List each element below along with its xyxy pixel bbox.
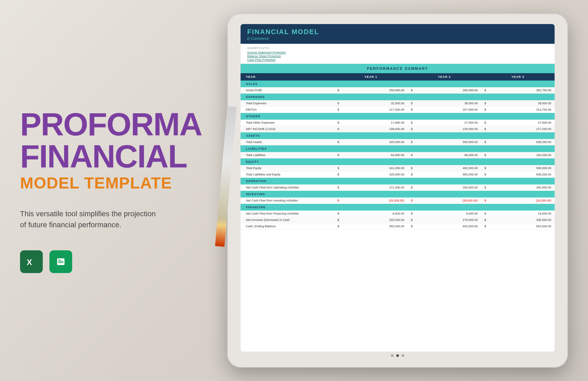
svg-rect-5 (58, 261, 63, 262)
row-y2-val: 580,000.00 (416, 139, 481, 145)
row-label: Net Increase (Decrease) in Cash (241, 217, 334, 223)
shortcut-balance[interactable]: Balance Sheet Projection (247, 54, 548, 58)
row-y2-val: 257,000.00 (416, 107, 481, 113)
row-y1-val: 341,000.00 (342, 165, 408, 171)
row-y2-val: 98,000.00 (416, 152, 481, 158)
row-y2-val: 580,000.00 (416, 171, 481, 178)
table-row: Total Equity $ 341,000.00 $ 482,000.00 $… (241, 165, 555, 171)
section-row: EQUITY (241, 158, 555, 165)
col-year1: YEAR 1 (334, 73, 408, 81)
table-row: Total Expenses $ 32,500.00 $ 38,000.00 $… (241, 100, 555, 107)
table-row: Total Assets $ 425,000.00 $ 580,000.00 $… (241, 139, 555, 145)
row-y1-sym: $ (334, 217, 342, 223)
table-wrapper: PERFORMANCE SUMMARY YEAR YEAR 1 YEAR 2 Y… (241, 64, 555, 352)
performance-summary-header: PERFORMANCE SUMMARY (241, 64, 555, 73)
row-y2-sym: $ (408, 107, 416, 113)
row-label: Net Cash Flow from Investing Activities (241, 198, 334, 204)
row-y3-sym: $ (481, 184, 489, 191)
row-y3-sym: $ (481, 120, 489, 126)
shortcut-cashflow[interactable]: Cash Flow Projection (247, 58, 548, 61)
row-label: Total Other Expenses (241, 120, 334, 126)
row-y3-sym: $ (481, 171, 489, 178)
row-y1-sym: $ (334, 100, 342, 107)
row-y1-val: 250,000.00 (342, 87, 408, 94)
table-row: EBITDA $ 217,500.00 $ 257,000.00 $ 314,7… (241, 107, 555, 113)
spreadsheet-title: FINANCIAL MODEL (247, 28, 548, 36)
row-y2-sym: $ (408, 126, 416, 132)
performance-table: PERFORMANCE SUMMARY YEAR YEAR 1 YEAR 2 Y… (241, 64, 555, 230)
section-row: INVESTING (241, 191, 555, 198)
shortcuts-label: SHORTCUTS: (247, 46, 548, 50)
row-y3-val: (26,000.00) (489, 198, 555, 204)
sub-title: MODEL TEMPLATE (20, 174, 227, 192)
row-y2-sym: $ (408, 223, 416, 230)
row-y1-sym: $ (334, 211, 342, 217)
sheets-icon (49, 250, 72, 273)
spreadsheet-header: FINANCIAL MODEL E-Commerce (241, 24, 555, 44)
row-y2-sym: $ (408, 171, 416, 178)
row-y2-sym: $ (408, 211, 416, 217)
col-year2: YEAR 2 (408, 73, 481, 81)
svg-text:X: X (27, 258, 32, 267)
excel-icon: X (20, 250, 43, 273)
row-y2-val: 229,500.00 (416, 126, 481, 132)
nav-dot-2 (396, 354, 399, 357)
row-y3-sym: $ (481, 165, 489, 171)
row-y1-val: 425,000.00 (342, 171, 408, 178)
row-y1-val: 17,900.00 (342, 120, 408, 126)
row-label: EBITDA (241, 107, 334, 113)
row-y1-sym: $ (334, 120, 342, 126)
row-y1-val: 425,000.00 (342, 139, 408, 145)
col-year: YEAR (241, 73, 334, 81)
row-y3-sym: $ (481, 223, 489, 230)
row-y3-val: 608,250.00 (489, 171, 555, 178)
row-y3-val: 352,750.00 (489, 87, 555, 94)
section-row: FINANCING (241, 204, 555, 211)
row-y3-val: 338,000.00 (489, 217, 555, 223)
section-row: ASSETS (241, 132, 555, 139)
row-label: Net Cash Flow form Operating Activities (241, 184, 334, 191)
row-y2-val: (28,000.00) (416, 198, 481, 204)
table-row: Net Cash Flow form Operating Activities … (241, 184, 555, 191)
row-y3-val: 19,000.00 (489, 211, 555, 217)
row-y2-val: 27,500.00 (416, 120, 481, 126)
row-label: Total Liabilities (241, 152, 334, 158)
row-y2-val: 278,500.00 (416, 217, 481, 223)
shortcut-income[interactable]: Income Statement Projection (247, 51, 548, 54)
row-y2-sym: $ (408, 165, 416, 171)
row-y3-val: 345,000.00 (489, 184, 555, 191)
row-y1-sym: $ (334, 139, 342, 145)
row-y1-sym: $ (334, 171, 342, 178)
main-title: PROFORMA FINANCIAL (20, 108, 227, 172)
row-y1-val: 84,000.00 (342, 152, 408, 158)
row-y1-sym: $ (334, 198, 342, 204)
row-y2-val: 295,000.00 (416, 87, 481, 94)
row-y1-val: 355,000.00 (342, 223, 408, 230)
row-y3-val: 953,500.00 (489, 223, 555, 230)
section-row: EXPENSES (241, 94, 555, 101)
row-y3-sym: $ (481, 198, 489, 204)
table-row: NET INCOME (LOSS) $ 199,600.00 $ 229,500… (241, 126, 555, 132)
description: This versatile tool simplifies the proje… (20, 208, 194, 230)
row-y3-sym: $ (481, 139, 489, 145)
row-y2-val: 933,500.00 (416, 223, 481, 230)
title-line1: PROFORMA (20, 108, 227, 140)
tablet-nav (391, 352, 404, 357)
row-y1-sym: $ (334, 152, 342, 158)
row-y1-sym: $ (334, 87, 342, 94)
svg-rect-4 (58, 260, 61, 260)
row-label: Total Equity (241, 165, 334, 171)
row-y3-sym: $ (481, 217, 489, 223)
table-row: Net Cash Flow from Investing Activities … (241, 198, 555, 204)
row-y3-sym: $ (481, 87, 489, 94)
row-y1-sym: $ (334, 165, 342, 171)
tablet-screen: FINANCIAL MODEL E-Commerce SHORTCUTS: In… (241, 24, 555, 352)
spreadsheet-subtitle: E-Commerce (247, 36, 548, 40)
row-y1-sym: $ (334, 126, 342, 132)
row-y3-val: 508,000.00 (489, 165, 555, 171)
shortcuts-links: Income Statement Projection Balance Shee… (247, 51, 548, 61)
table-row: Cash, Ending Balance $ 355,000.00 $ 933,… (241, 223, 555, 230)
row-y1-val: 32,500.00 (342, 100, 408, 107)
col-year3: YEAR 3 (481, 73, 555, 81)
row-y3-sym: $ (481, 152, 489, 158)
